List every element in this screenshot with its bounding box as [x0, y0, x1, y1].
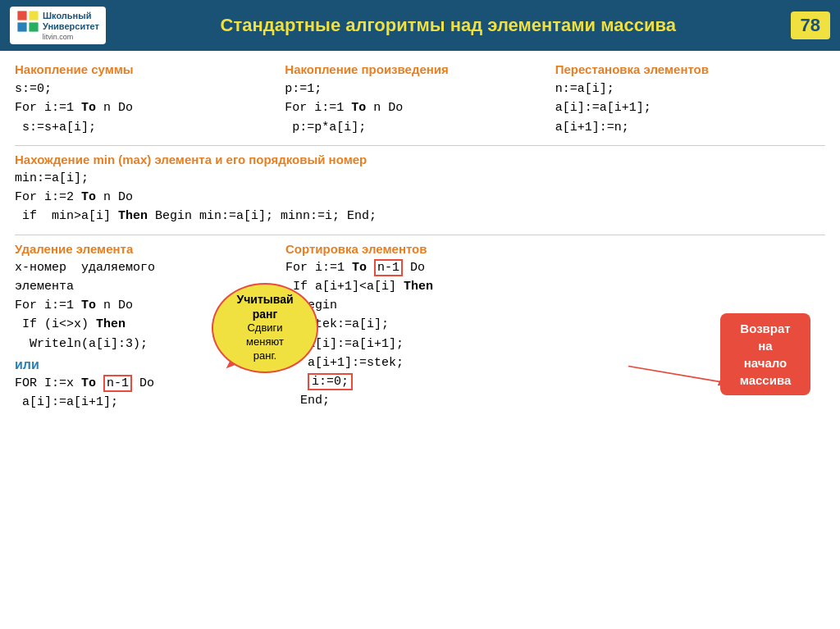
code-line: For i:=1 To n Do [15, 98, 276, 117]
col-product-title: Накопление произведения [285, 62, 546, 76]
col-swap: Перестановка элементов n:=a[i]; a[i]:=a[… [555, 62, 825, 137]
col-swap-title: Перестановка элементов [555, 62, 817, 76]
svg-rect-2 [17, 22, 26, 31]
min-section: Нахождение min (max) элемента и его поря… [15, 153, 825, 226]
code-line: a[i]:=a[i+1]; [15, 393, 269, 412]
col-sum: Накопление суммы s:=0; For i:=1 To n Do … [15, 62, 285, 137]
header: Школьный Университет litvin.com Стандарт… [0, 0, 840, 51]
code-line: s:=0; [15, 80, 276, 98]
delete-title: Удаление элемента [15, 242, 269, 256]
col-sum-code: s:=0; For i:=1 To n Do s:=s+a[i]; [15, 80, 276, 137]
callout-line3: Сдвиги [247, 321, 282, 335]
code-line: Begin [285, 296, 825, 315]
bottom-section: Удаление элемента x-номер удаляемого эле… [15, 242, 825, 412]
col-swap-code: n:=a[i]; a[i]:=a[i+1]; a[i+1]:=n; [555, 80, 817, 137]
code-line: a[i]:=a[i+1]; [555, 98, 817, 117]
code-line: p:=1; [285, 80, 546, 98]
code-line: min:=a[i]; [15, 169, 825, 188]
delete-code2: FOR I:=x To n-1 Do a[i]:=a[i+1]; [15, 374, 269, 412]
code-line: s:=s+a[i]; [15, 118, 276, 137]
col-product-code: p:=1; For i:=1 To n Do p:=p*a[i]; [285, 80, 546, 137]
logo: Школьный Университет litvin.com [10, 7, 106, 44]
code-line: x-номер удаляемого [15, 258, 269, 277]
svg-rect-1 [29, 11, 38, 20]
min-section-code: min:=a[i]; For i:=2 To n Do if min>a[i] … [15, 169, 825, 226]
page-number: 78 [791, 11, 830, 39]
svg-rect-3 [29, 22, 38, 31]
callout-line2: ранг [253, 307, 278, 321]
divider-2 [15, 235, 825, 235]
bottom-right: Сортировка элементов For i:=1 To n-1 Do … [277, 242, 825, 412]
code-line: a[i+1]:=n; [555, 118, 817, 137]
sort-title: Сортировка элементов [285, 242, 825, 256]
code-line: FOR I:=x To n-1 Do [15, 374, 269, 393]
min-section-title: Нахождение min (max) элемента и его поря… [15, 153, 825, 166]
code-line: If a[i+1]<a[i] Then [285, 277, 825, 296]
top-section: Накопление суммы s:=0; For i:=1 To n Do … [15, 62, 825, 137]
logo-icon [16, 10, 39, 33]
callout-bubble: Учитывай ранг Сдвиги меняют ранг. [212, 283, 318, 373]
code-line: For i:=1 To n-1 Do [285, 258, 825, 277]
code-line: For i:=2 To n Do [15, 188, 825, 207]
header-title: Стандартные алгоритмы над элементами мас… [116, 15, 781, 36]
logo-text-sub: Университет [43, 21, 99, 32]
logo-text-main: Школьный [43, 11, 99, 21]
code-line: For i:=1 To n Do [285, 98, 546, 117]
return-bubble: Возврат на начало массива [720, 313, 810, 395]
callout-line1: Учитывай [236, 292, 293, 307]
logo-url: litvin.com [43, 33, 74, 41]
svg-rect-0 [17, 11, 26, 20]
callout-line5: ранг. [253, 349, 276, 363]
col-sum-title: Накопление суммы [15, 62, 276, 76]
code-line: if min>a[i] Then Begin min:=a[i]; minn:=… [15, 207, 825, 226]
code-line: p:=p*a[i]; [285, 118, 546, 137]
code-line: n:=a[i]; [555, 80, 817, 98]
callout-line4: меняют [246, 335, 284, 349]
divider-1 [15, 145, 825, 146]
main-content: Накопление суммы s:=0; For i:=1 To n Do … [0, 51, 840, 420]
col-product: Накопление произведения p:=1; For i:=1 T… [285, 62, 555, 137]
